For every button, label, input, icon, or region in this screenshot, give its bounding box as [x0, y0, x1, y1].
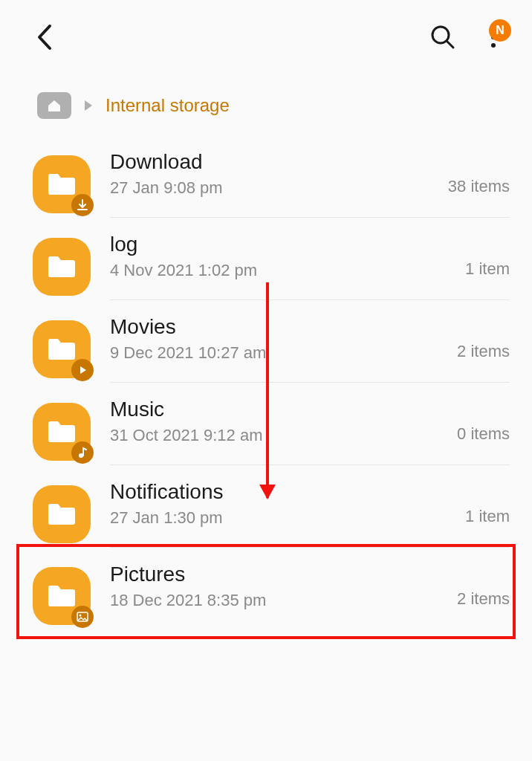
folder-meta: 27 Jan 1:30 pm	[110, 508, 465, 528]
folder-meta: 9 Dec 2021 10:27 am	[110, 343, 457, 363]
folder-meta: 31 Oct 2021 9:12 am	[110, 426, 457, 445]
breadcrumb-home[interactable]	[37, 92, 71, 119]
play-badge-icon	[71, 359, 94, 381]
folder-row[interactable]: Download27 Jan 9:08 pm38 items	[0, 135, 532, 218]
folder-row[interactable]: Pictures18 Dec 2021 8:35 pm2 items	[0, 548, 532, 629]
folder-icon	[33, 320, 91, 378]
chevron-right-icon	[83, 99, 94, 112]
svg-point-4	[491, 43, 496, 48]
folder-item-count: 2 items	[457, 342, 510, 363]
folder-icon	[33, 238, 91, 296]
folder-name: log	[110, 233, 465, 256]
back-button[interactable]	[30, 23, 58, 51]
more-button[interactable]: N	[477, 21, 510, 54]
folder-meta: 18 Dec 2021 8:35 pm	[110, 591, 457, 610]
folder-item-count: 38 items	[448, 177, 510, 198]
music-badge-icon	[71, 441, 94, 464]
breadcrumb-current[interactable]: Internal storage	[106, 95, 230, 116]
download-badge-icon	[71, 194, 94, 216]
chevron-left-icon	[36, 24, 52, 51]
folder-icon	[33, 567, 91, 625]
folder-meta: 27 Jan 9:08 pm	[110, 178, 448, 198]
folder-icon	[33, 403, 91, 461]
image-badge-icon	[71, 606, 94, 628]
notification-badge: N	[489, 19, 511, 42]
search-button[interactable]	[426, 21, 459, 54]
svg-line-1	[447, 42, 453, 48]
folder-item-count: 0 items	[457, 424, 510, 445]
annotation-arrow	[266, 282, 269, 498]
breadcrumb: Internal storage	[0, 71, 532, 126]
svg-point-7	[80, 615, 82, 617]
svg-point-0	[432, 27, 449, 43]
folder-meta: 4 Nov 2021 1:02 pm	[110, 261, 465, 280]
folder-item-count: 2 items	[457, 589, 510, 610]
folder-name: Movies	[110, 315, 457, 339]
home-icon	[47, 99, 62, 112]
folder-item-count: 1 item	[465, 507, 510, 528]
folder-item-count: 1 item	[465, 259, 510, 280]
folder-name: Download	[110, 150, 448, 174]
folder-icon	[33, 155, 91, 213]
search-icon	[430, 25, 455, 50]
folder-name: Music	[110, 398, 457, 421]
folder-icon	[33, 485, 91, 543]
folder-name: Notifications	[110, 480, 465, 504]
folder-name: Pictures	[110, 563, 457, 586]
